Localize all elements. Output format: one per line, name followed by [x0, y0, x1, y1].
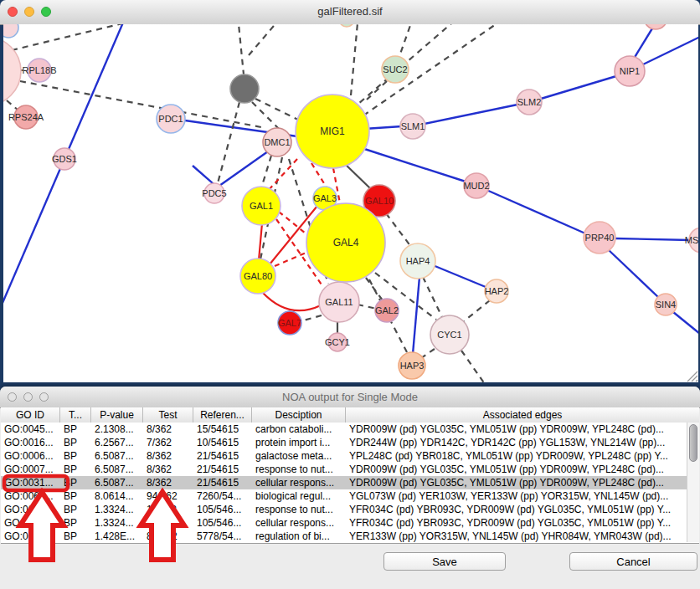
- cell-type: BP: [60, 503, 91, 516]
- network-edge: [425, 105, 517, 124]
- cell-type: BP: [60, 449, 91, 463]
- cell-description: response to nut...: [252, 503, 346, 516]
- cell-reference: 7260/54...: [193, 489, 252, 503]
- cell-type: BP: [60, 463, 91, 476]
- cell-test: 11/362: [143, 503, 193, 516]
- node-corner-left[interactable]: [3, 24, 18, 38]
- table-row[interactable]: GO:0006...BP6.5087...8/36221/54615galact…: [1, 449, 699, 463]
- cell-description: protein import i...: [252, 436, 346, 449]
- cell-go-id: GO:0031...: [1, 516, 60, 530]
- cell-description: biological regul...: [252, 489, 346, 503]
- node-label-SIN4: SIN4: [656, 300, 676, 310]
- network-window-titlebar[interactable]: galFiltered.sif: [0, 0, 700, 25]
- cell-test: 8/362: [143, 476, 193, 489]
- cell-p-value: 6.5087...: [91, 449, 143, 463]
- cell-associated-edges: YFR034C (pd) YBR093C, YDR009W (pd) YGL03…: [346, 516, 699, 530]
- table-row[interactable]: GO:0007...BP6.5087...8/36221/54615respon…: [1, 463, 699, 476]
- node-big-left[interactable]: [3, 37, 21, 105]
- network-window-title: galFiltered.sif: [0, 5, 700, 18]
- network-edge: [367, 81, 387, 100]
- table-row[interactable]: GO:0045...BP2.1308...8/36215/54615carbon…: [1, 423, 699, 436]
- column-header-type[interactable]: T...: [60, 407, 91, 423]
- scrollbar-thumb[interactable]: [689, 424, 697, 462]
- network-canvas[interactable]: RPL18BRPS24AGDS1PDC1DMC1MIG1SUC2SLM1SLM2…: [3, 24, 698, 382]
- cell-reference: 5778/54...: [193, 530, 252, 543]
- network-edge: [7, 100, 18, 110]
- column-header-test[interactable]: Test: [143, 407, 193, 423]
- cell-type: BP: [60, 476, 91, 489]
- cell-go-id: GO:0007...: [1, 463, 60, 476]
- column-header-reference[interactable]: Referen...: [193, 407, 252, 423]
- table-row[interactable]: GO:0050...BP1.428E...80/3625778/54...reg…: [1, 530, 699, 543]
- node-gray-node[interactable]: [230, 74, 259, 103]
- desktop: galFiltered.sif RPL18BRPS24AGDS1PDC1DMC1…: [0, 0, 700, 589]
- node-label-RPL18B: RPL18B: [23, 65, 57, 75]
- cell-associated-edges: YPL248C (pd) YBR018C, YML051W (pp) YDR00…: [346, 449, 699, 463]
- cell-go-id: GO:0065...: [1, 489, 60, 503]
- network-edge: [486, 190, 585, 233]
- network-edge: [249, 24, 283, 55]
- table-row[interactable]: GO:0065...BP8.0614...94/3627260/54...bio…: [1, 489, 699, 503]
- cell-reference: 21/54615: [193, 476, 252, 489]
- cancel-button[interactable]: Cancel: [569, 552, 697, 571]
- cell-associated-edges: YDR009W (pd) YGL035C, YML051W (pp) YDR00…: [346, 423, 699, 436]
- noa-window-titlebar[interactable]: NOA output for Single Mode: [0, 387, 700, 408]
- node-label-PDC5: PDC5: [202, 188, 226, 198]
- cell-reference: 105/546...: [193, 516, 252, 530]
- column-header-go-id[interactable]: GO ID: [1, 407, 60, 423]
- network-edge: [351, 24, 358, 95]
- node-top-green[interactable]: [339, 24, 354, 27]
- node-label-HAP2: HAP2: [485, 286, 509, 296]
- noa-window-title: NOA output for Single Mode: [0, 391, 700, 403]
- cell-description: carbon cataboli...: [252, 423, 346, 436]
- node-label-MSN: MSN: [685, 235, 698, 245]
- node-label-GAL11: GAL11: [325, 297, 353, 307]
- network-edge: [615, 238, 690, 240]
- node-top-pink[interactable]: [644, 24, 667, 29]
- cell-type: BP: [60, 436, 91, 449]
- network-edge: [238, 24, 244, 74]
- cell-type: BP: [60, 423, 91, 436]
- node-label-HAP4: HAP4: [406, 256, 430, 266]
- network-edge: [433, 265, 486, 287]
- cell-p-value: 6.2567...: [91, 436, 143, 449]
- cell-p-value: 6.5087...: [91, 476, 143, 489]
- table-row[interactable]: GO:0031...BP1.3324...11/362105/546...cel…: [1, 516, 699, 530]
- node-label-MUD2: MUD2: [463, 181, 489, 191]
- cell-description: galactose meta...: [252, 449, 346, 463]
- cell-description: cellular respons...: [252, 476, 346, 489]
- node-label-MIG1: MIG1: [320, 125, 345, 137]
- network-edge: [366, 278, 383, 300]
- node-label-HAP3: HAP3: [400, 361, 425, 371]
- cell-description: response to nut...: [252, 463, 346, 476]
- column-header-description[interactable]: Desciption: [252, 407, 346, 423]
- network-edge: [673, 312, 698, 334]
- column-header-associated-edges[interactable]: Associated edges: [346, 407, 699, 423]
- table-row[interactable]: GO:0031...BP6.5087...8/36221/54615cellul…: [1, 476, 699, 489]
- cell-test: 94/362: [143, 489, 193, 503]
- save-button[interactable]: Save: [383, 552, 506, 571]
- table-scrollbar[interactable]: [687, 423, 699, 542]
- network-edge: [608, 249, 659, 298]
- network-edge: [20, 81, 261, 127]
- network-edge: [421, 349, 435, 358]
- network-edge: [358, 305, 377, 309]
- table-row[interactable]: GO:0031...BP1.3324...11/362105/546...res…: [1, 503, 699, 516]
- column-header-p-value[interactable]: P-value: [91, 407, 143, 423]
- cell-go-id: GO:0045...: [1, 423, 60, 436]
- network-edge: [359, 147, 466, 182]
- table-row[interactable]: GO:0016...BP6.2567...7/36210/54615protei…: [1, 436, 699, 449]
- network-edge: [364, 126, 402, 129]
- network-edge: [261, 156, 271, 188]
- noa-output-window: NOA output for Single Mode GO IDT...P-va…: [0, 387, 700, 589]
- network-edge: [268, 159, 297, 191]
- network-edge: [218, 102, 239, 183]
- resize-grip-icon[interactable]: [687, 371, 697, 382]
- cell-type: BP: [60, 516, 91, 530]
- network-edge: [345, 164, 371, 189]
- cell-reference: 15/54615: [193, 423, 252, 436]
- cell-p-value: 2.1308...: [91, 423, 143, 436]
- node-label-SLM1: SLM1: [401, 121, 425, 131]
- node-label-GAL10: GAL10: [365, 196, 394, 206]
- cell-reference: 10/54615: [193, 436, 252, 449]
